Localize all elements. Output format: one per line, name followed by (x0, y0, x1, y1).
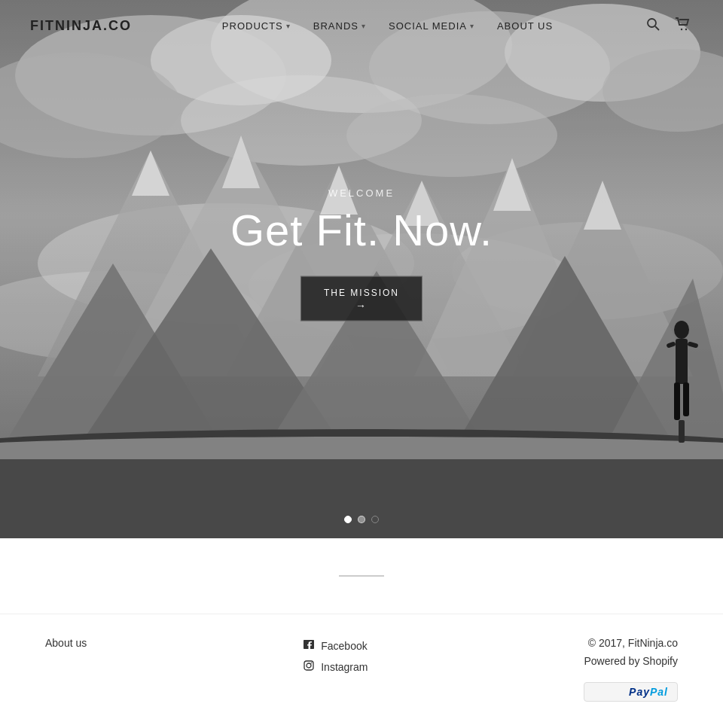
facebook-link[interactable]: Facebook (303, 637, 368, 655)
paypal-badge: PayPal (584, 682, 678, 702)
header-icons (643, 14, 693, 38)
nav-about-us[interactable]: ABOUT US (488, 14, 562, 38)
nav-social-media[interactable]: SOCIAL MEDIA ▾ (380, 14, 484, 38)
site-logo[interactable]: FITNINJA.CO (30, 18, 132, 34)
footer-right-col: © 2017, FitNinja.co Powered by Shopify P… (584, 637, 678, 702)
mission-button[interactable]: THE MISSION → (300, 276, 423, 321)
about-us-link[interactable]: About us (45, 637, 87, 649)
horizontal-divider (339, 575, 384, 577)
facebook-icon (303, 638, 315, 653)
nav-products[interactable]: PRODUCTS ▾ (213, 14, 300, 38)
brands-chevron-icon: ▾ (362, 22, 366, 30)
svg-point-3 (685, 28, 687, 29)
cart-button[interactable] (672, 14, 693, 38)
main-nav: PRODUCTS ▾ BRANDS ▾ SOCIAL MEDIA ▾ ABOUT… (213, 14, 562, 38)
footer-divider-section (0, 538, 723, 614)
svg-line-1 (655, 26, 659, 30)
svg-point-48 (307, 663, 311, 668)
hero-title: Get Fit. Now. (230, 206, 493, 254)
slider-dots (344, 516, 379, 523)
facebook-label: Facebook (321, 640, 367, 652)
slide-dot-1[interactable] (344, 516, 352, 523)
copyright-text: © 2017, FitNinja.co (584, 637, 678, 649)
footer-social-col: Facebook Instagram (303, 637, 368, 676)
site-footer: About us Facebook Instagram © 2017, FitN… (0, 614, 723, 728)
nav-brands[interactable]: BRANDS ▾ (304, 14, 375, 38)
button-arrow-icon: → (324, 300, 399, 312)
footer-about-col: About us (45, 637, 87, 649)
powered-by-text: Powered by Shopify (584, 655, 678, 667)
instagram-icon (303, 659, 315, 675)
hero-welcome-text: WELCOME (230, 187, 493, 198)
search-button[interactable] (643, 14, 663, 38)
svg-point-49 (311, 663, 313, 664)
hero-content: WELCOME Get Fit. Now. THE MISSION → (230, 187, 493, 321)
svg-point-2 (681, 28, 682, 29)
svg-point-0 (648, 19, 656, 27)
instagram-link[interactable]: Instagram (303, 658, 368, 676)
site-header: FITNINJA.CO PRODUCTS ▾ BRANDS ▾ SOCIAL M… (0, 0, 723, 51)
products-chevron-icon: ▾ (286, 22, 291, 30)
hero-section: WELCOME Get Fit. Now. THE MISSION → (0, 0, 723, 538)
slide-dot-2[interactable] (358, 516, 365, 523)
slide-dot-3[interactable] (371, 516, 379, 523)
instagram-label: Instagram (321, 661, 368, 673)
social-chevron-icon: ▾ (470, 22, 474, 30)
svg-rect-47 (304, 661, 313, 670)
